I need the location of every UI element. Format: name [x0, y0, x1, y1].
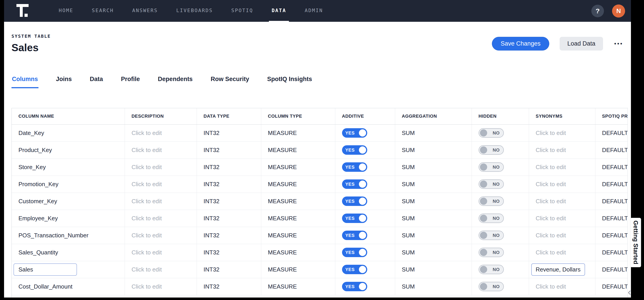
cell-description[interactable]: Click to edit — [125, 142, 197, 158]
cell-aggregation[interactable]: SUM — [395, 124, 472, 142]
collapse-panel-chevron-icon[interactable]: ‹ — [626, 287, 633, 297]
cell-synonyms[interactable]: Click to edit — [529, 244, 595, 261]
cell-column-type[interactable]: MEASURE — [261, 176, 335, 193]
nav-item-home[interactable]: HOME — [56, 0, 76, 22]
cell-aggregation[interactable]: SUM — [395, 193, 472, 210]
cell-description[interactable]: Click to edit — [125, 176, 197, 193]
additive-toggle[interactable]: YES — [342, 179, 367, 189]
cell-column-name[interactable]: Customer_Key — [12, 193, 125, 210]
nav-item-spotiq[interactable]: SPOTIQ — [228, 0, 256, 22]
cell-description[interactable]: Click to edit — [125, 124, 197, 142]
cell-column-name[interactable]: Product_Key — [12, 142, 125, 158]
tab-data[interactable]: Data — [89, 76, 104, 88]
cell-synonyms[interactable]: Click to edit — [529, 227, 595, 244]
hidden-toggle[interactable]: NO — [478, 128, 504, 138]
cell-description[interactable]: Click to edit — [125, 244, 197, 261]
cell-column-name[interactable]: Promotion_Key — [12, 176, 125, 193]
hidden-toggle[interactable]: NO — [478, 265, 504, 274]
tab-spotiq-insights[interactable]: SpotIQ Insights — [267, 76, 312, 88]
cell-column-type[interactable]: MEASURE — [261, 158, 335, 176]
cell-column-type[interactable]: MEASURE — [261, 278, 335, 295]
cell-spotiq-preference[interactable]: DEFAULT — [595, 261, 628, 278]
hidden-toggle[interactable]: NO — [478, 179, 504, 189]
additive-toggle[interactable]: YES — [342, 265, 367, 274]
cell-aggregation[interactable]: SUM — [395, 261, 472, 278]
cell-column-type[interactable]: MEASURE — [261, 142, 335, 158]
additive-toggle[interactable]: YES — [342, 214, 367, 223]
cell-column-name[interactable]: Store_Key — [12, 158, 125, 176]
help-button[interactable]: ? — [591, 5, 604, 17]
nav-item-search[interactable]: SEARCH — [89, 0, 116, 22]
cell-column-name[interactable]: Sales_Quantity — [12, 244, 125, 261]
additive-toggle[interactable]: YES — [342, 128, 367, 138]
additive-toggle[interactable]: YES — [342, 145, 367, 155]
cell-spotiq-preference[interactable]: DEFAULT — [595, 244, 628, 261]
tab-columns[interactable]: Columns — [12, 76, 38, 88]
tab-dependents[interactable]: Dependents — [158, 76, 193, 88]
vertical-scrollbar[interactable] — [628, 108, 631, 298]
additive-toggle[interactable]: YES — [342, 231, 367, 240]
additive-toggle[interactable]: YES — [342, 248, 367, 257]
cell-description[interactable]: Click to edit — [125, 278, 197, 295]
more-options-button[interactable]: ••• — [614, 38, 624, 49]
cell-synonyms[interactable]: Click to edit — [529, 193, 595, 210]
cell-aggregation[interactable]: SUM — [395, 227, 472, 244]
cell-synonyms[interactable]: Click to edit — [529, 176, 595, 193]
nav-item-answers[interactable]: ANSWERS — [130, 0, 160, 22]
nav-item-data[interactable]: DATA — [269, 0, 289, 22]
cell-description[interactable]: Click to edit — [125, 158, 197, 176]
cell-spotiq-preference[interactable]: DEFAULT — [595, 193, 628, 210]
getting-started-tab[interactable]: Getting Started — [630, 218, 641, 267]
cell-column-name[interactable]: Employee_Key — [12, 210, 125, 227]
cell-column-name[interactable]: POS_Transaction_Number — [12, 227, 125, 244]
cell-column-type[interactable]: MEASURE — [261, 244, 335, 261]
nav-item-admin[interactable]: ADMIN — [302, 0, 326, 22]
cell-column-name[interactable]: Cost_Dollar_Amount — [12, 278, 125, 295]
hidden-toggle[interactable]: NO — [478, 214, 504, 223]
cell-aggregation[interactable]: SUM — [395, 142, 472, 158]
additive-toggle[interactable]: YES — [342, 196, 367, 206]
cell-synonyms[interactable]: Revenue, Dollars — [529, 261, 595, 278]
cell-spotiq-preference[interactable]: DEFAULT — [595, 124, 628, 142]
cell-description[interactable]: Click to edit — [125, 261, 197, 278]
cell-aggregation[interactable]: SUM — [395, 210, 472, 227]
cell-aggregation[interactable]: SUM — [395, 244, 472, 261]
nav-item-liveboards[interactable]: LIVEBOARDS — [174, 0, 215, 22]
cell-column-type[interactable]: MEASURE — [261, 227, 335, 244]
cell-column-name[interactable]: Sales — [12, 261, 125, 278]
cell-synonyms[interactable]: Click to edit — [529, 158, 595, 176]
cell-column-type[interactable]: MEASURE — [261, 261, 335, 278]
cell-spotiq-preference[interactable]: DEFAULT — [595, 278, 628, 295]
cell-spotiq-preference[interactable]: DEFAULT — [595, 176, 628, 193]
tab-joins[interactable]: Joins — [56, 76, 72, 88]
cell-aggregation[interactable]: SUM — [395, 278, 472, 295]
cell-spotiq-preference[interactable]: DEFAULT — [595, 227, 628, 244]
cell-column-type[interactable]: MEASURE — [261, 210, 335, 227]
additive-toggle[interactable]: YES — [342, 162, 367, 172]
cell-synonyms[interactable]: Click to edit — [529, 278, 595, 295]
cell-aggregation[interactable]: SUM — [395, 158, 472, 176]
tab-row-security[interactable]: Row Security — [210, 76, 250, 88]
tab-profile[interactable]: Profile — [120, 76, 140, 88]
cell-spotiq-preference[interactable]: DEFAULT — [595, 142, 628, 158]
additive-toggle[interactable]: YES — [342, 282, 367, 291]
load-data-button[interactable]: Load Data — [560, 37, 603, 50]
cell-aggregation[interactable]: SUM — [395, 176, 472, 193]
cell-spotiq-preference[interactable]: DEFAULT — [595, 158, 628, 176]
hidden-toggle[interactable]: NO — [478, 196, 504, 206]
hidden-toggle[interactable]: NO — [478, 248, 504, 257]
save-changes-button[interactable]: Save Changes — [492, 37, 549, 50]
cell-synonyms[interactable]: Click to edit — [529, 142, 595, 158]
cell-description[interactable]: Click to edit — [125, 193, 197, 210]
cell-description[interactable]: Click to edit — [125, 227, 197, 244]
cell-column-name[interactable]: Date_Key — [12, 124, 125, 142]
hidden-toggle[interactable]: NO — [478, 162, 504, 172]
hidden-toggle[interactable]: NO — [478, 282, 504, 291]
user-avatar[interactable]: N — [612, 4, 625, 17]
cell-synonyms[interactable]: Click to edit — [529, 124, 595, 142]
hidden-toggle[interactable]: NO — [478, 145, 504, 155]
thoughtspot-logo-icon[interactable] — [16, 4, 30, 18]
hidden-toggle[interactable]: NO — [478, 231, 504, 240]
cell-spotiq-preference[interactable]: DEFAULT — [595, 210, 628, 227]
cell-description[interactable]: Click to edit — [125, 210, 197, 227]
